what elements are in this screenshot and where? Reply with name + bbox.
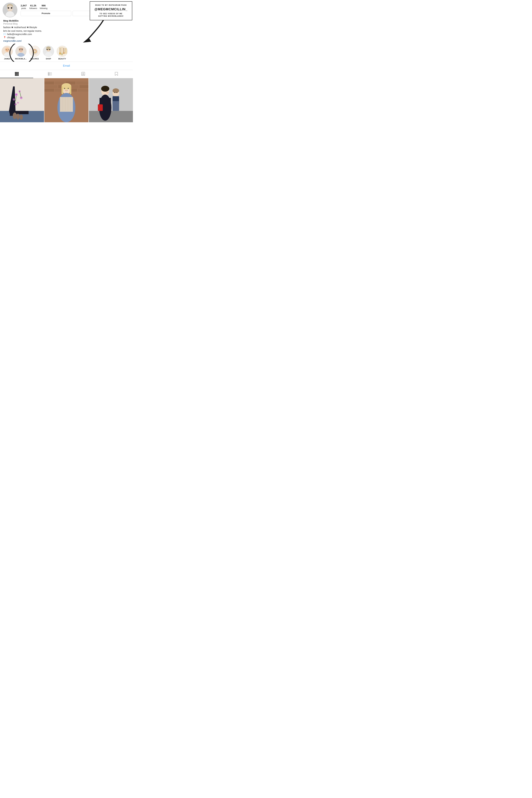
following-label: following xyxy=(40,7,48,10)
svg-point-16 xyxy=(6,49,6,50)
story-label-james: JAMES xyxy=(4,58,10,60)
svg-point-47 xyxy=(59,52,61,55)
posts-label: posts xyxy=(21,7,26,10)
email-icon: ✉️ xyxy=(3,33,6,36)
story-label-shop: SHOP xyxy=(46,58,51,60)
story-label-microblading: MICROBLA... xyxy=(15,58,27,60)
svg-point-17 xyxy=(8,49,8,50)
svg-rect-52 xyxy=(65,49,66,54)
svg-point-75 xyxy=(19,90,21,92)
story-label-recipes: RECIPES xyxy=(31,58,39,60)
svg-rect-59 xyxy=(18,73,19,75)
profile-info: Meg McMillin Personal Blog fashion ✖ mot… xyxy=(3,19,130,42)
svg-rect-126 xyxy=(98,104,103,111)
svg-rect-50 xyxy=(63,48,64,53)
post-item-boots[interactable] xyxy=(0,78,44,122)
story-item-microblading[interactable]: MICROBLA... xyxy=(15,46,27,60)
svg-point-21 xyxy=(19,48,23,52)
following-stat: 986 following xyxy=(40,4,48,10)
callout-box: HEAD TO MY INSTAGRAM PAGE @MEGMCMCILLIN_… xyxy=(90,1,132,20)
story-image-shop xyxy=(43,46,54,57)
svg-point-9 xyxy=(8,7,10,9)
svg-point-87 xyxy=(13,112,17,119)
svg-point-77 xyxy=(17,102,19,103)
svg-rect-95 xyxy=(44,85,57,88)
svg-rect-55 xyxy=(16,72,17,73)
svg-point-51 xyxy=(63,52,65,54)
tagged-icon xyxy=(81,72,85,76)
promote-button[interactable]: Promote xyxy=(21,11,71,16)
svg-rect-91 xyxy=(44,81,54,84)
avatar[interactable] xyxy=(3,3,17,17)
stories-row: JAMES xyxy=(0,44,133,62)
svg-rect-48 xyxy=(61,47,62,54)
story-circle-james xyxy=(2,46,13,57)
avatar-image xyxy=(3,3,17,17)
profile-section: HEAD TO MY INSTAGRAM PAGE @MEGMCMCILLIN_… xyxy=(0,0,133,44)
svg-rect-73 xyxy=(10,112,13,116)
story-circle-microblading xyxy=(15,46,26,57)
profile-tags: fashion ✖ motherhood ✖ lifestyle xyxy=(3,26,130,28)
story-item-james[interactable]: JAMES xyxy=(1,46,13,60)
svg-rect-99 xyxy=(44,89,54,92)
callout-handle: @MEGMCMCILLIN_ xyxy=(93,7,129,11)
svg-rect-130 xyxy=(112,101,119,111)
tab-list[interactable] xyxy=(33,70,66,78)
grid-icon xyxy=(15,72,19,76)
tab-grid[interactable] xyxy=(0,70,33,78)
svg-point-118 xyxy=(64,88,65,89)
svg-rect-60 xyxy=(15,75,16,76)
story-circle-beauty xyxy=(57,46,68,57)
followers-label: followers xyxy=(30,7,37,10)
svg-rect-98 xyxy=(79,85,89,88)
post-item-momkid[interactable] xyxy=(89,78,133,122)
post-item-fashion[interactable] xyxy=(44,78,89,122)
callout-sub: TO SEE VIDEOS OF MEGETTING MICROBLADED! xyxy=(93,13,129,17)
svg-rect-54 xyxy=(15,72,16,73)
svg-point-134 xyxy=(117,92,117,93)
svg-point-88 xyxy=(16,114,20,119)
svg-point-70 xyxy=(82,73,84,74)
saved-icon xyxy=(115,72,118,76)
location-text: chicago xyxy=(7,36,15,39)
svg-point-89 xyxy=(20,114,23,120)
profile-location: 📍 chicago xyxy=(3,36,130,39)
svg-rect-56 xyxy=(18,72,19,73)
story-item-shop[interactable]: SHOP xyxy=(42,46,54,60)
followers-stat: 61.2k followers xyxy=(30,4,37,10)
svg-point-79 xyxy=(15,103,17,106)
svg-point-15 xyxy=(5,48,9,52)
profile-category: Personal Blog xyxy=(3,22,130,25)
svg-point-49 xyxy=(61,53,63,56)
svg-rect-62 xyxy=(18,75,19,76)
svg-rect-102 xyxy=(78,89,89,92)
list-icon xyxy=(48,72,52,76)
svg-point-76 xyxy=(13,98,15,101)
following-count: 986 xyxy=(42,4,46,7)
story-circle-recipes xyxy=(29,46,40,57)
svg-rect-109 xyxy=(60,97,73,112)
location-icon: 📍 xyxy=(3,36,6,39)
story-label-beauty: BEAUTY xyxy=(58,58,66,60)
svg-rect-57 xyxy=(15,73,16,75)
svg-rect-64 xyxy=(48,74,49,74)
svg-rect-65 xyxy=(48,75,49,75)
tab-tagged[interactable] xyxy=(66,70,100,78)
email-button[interactable]: Email xyxy=(0,62,133,70)
story-item-beauty[interactable]: BEAUTY xyxy=(56,46,68,60)
story-item-recipes[interactable]: RECIPES xyxy=(29,46,41,60)
svg-rect-106 xyxy=(70,86,71,94)
svg-rect-105 xyxy=(61,86,63,94)
svg-point-133 xyxy=(114,92,115,93)
svg-point-123 xyxy=(101,86,109,92)
email-text: hello@megmcmillin.com xyxy=(7,33,32,36)
tab-saved[interactable] xyxy=(100,70,133,78)
svg-rect-94 xyxy=(76,81,89,84)
story-circle-shop xyxy=(43,46,54,57)
tab-bar xyxy=(0,70,133,78)
svg-point-22 xyxy=(19,50,20,50)
svg-rect-53 xyxy=(65,48,66,50)
profile-link[interactable]: megmcmillin.com/ xyxy=(3,40,22,42)
story-image-microblading xyxy=(16,46,26,57)
svg-point-128 xyxy=(112,89,119,93)
